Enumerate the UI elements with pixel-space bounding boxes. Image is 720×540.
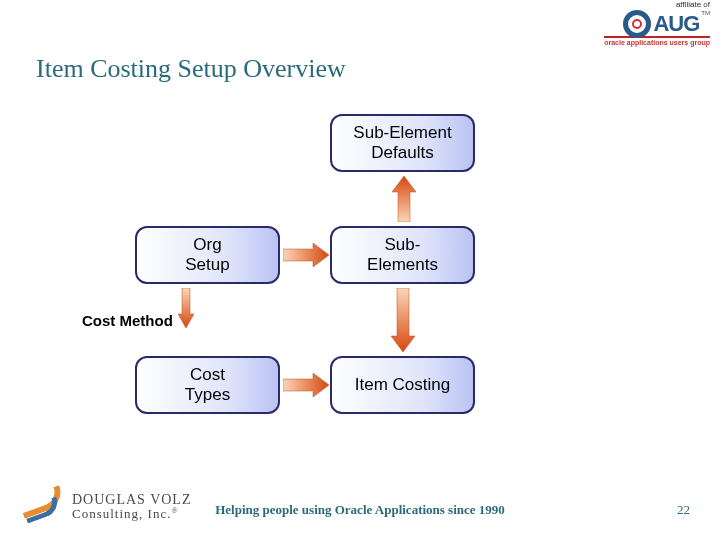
arrow-right-icon: [283, 243, 329, 267]
svg-marker-4: [283, 373, 329, 397]
oaug-logo: affiliate of AUG TM oracle applications …: [604, 0, 710, 46]
node-org-setup: Org Setup: [135, 226, 280, 284]
arrow-right-2-icon: [283, 373, 329, 397]
oaug-affiliate-text: affiliate of: [676, 0, 710, 9]
page-title: Item Costing Setup Overview: [36, 54, 346, 84]
node-sub-element-defaults: Sub-Element Defaults: [330, 114, 475, 172]
page-number: 22: [677, 502, 690, 518]
arrow-down-right-icon: [391, 288, 415, 352]
oaug-mark: AUG TM: [623, 10, 710, 38]
node-cost-types: Cost Types: [135, 356, 280, 414]
diagram-canvas: Sub-Element Defaults Org Setup Sub- Elem…: [0, 100, 720, 460]
oaug-tm: TM: [701, 10, 710, 16]
arrow-up-icon: [392, 176, 416, 222]
svg-marker-2: [178, 288, 194, 328]
svg-marker-3: [391, 288, 415, 352]
node-sub-elements: Sub- Elements: [330, 226, 475, 284]
svg-marker-0: [392, 176, 416, 222]
node-item-costing: Item Costing: [330, 356, 475, 414]
arrow-down-left-icon: [178, 288, 194, 328]
label-cost-method: Cost Method: [82, 312, 173, 329]
svg-marker-1: [283, 243, 329, 267]
oaug-tagline: oracle applications users group: [604, 36, 710, 46]
oaug-o-icon: [623, 10, 651, 38]
footer-tagline: Helping people using Oracle Applications…: [0, 502, 720, 518]
oaug-letters: AUG: [653, 13, 699, 35]
